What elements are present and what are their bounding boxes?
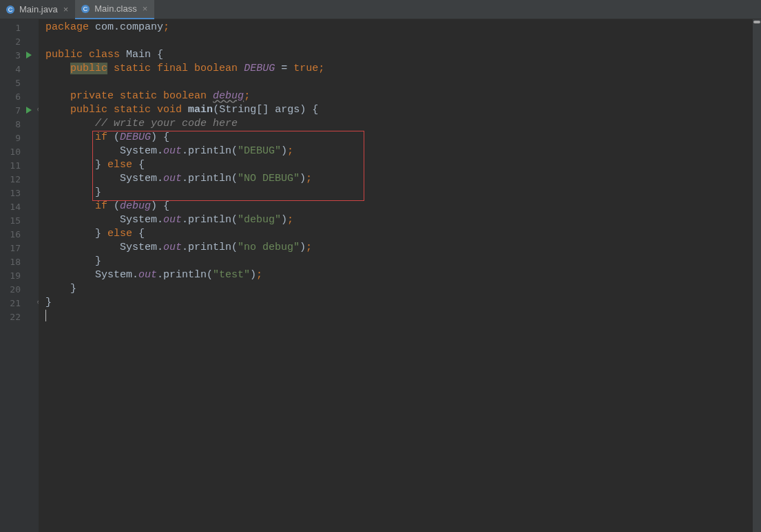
code-line	[45, 310, 761, 323]
class-file-icon: C	[81, 4, 90, 14]
line-number: 6	[15, 92, 21, 102]
editor: 1 2 3 4 5 6 7⊖ 8 9 10 11 12 13 14 15 16 …	[0, 19, 761, 532]
code-line: package com.company;	[45, 21, 761, 34]
svg-text:C: C	[83, 6, 88, 12]
code-line: System.out.println("DEBUG");	[45, 145, 761, 158]
text-cursor	[45, 310, 46, 321]
line-number: 7	[15, 105, 21, 116]
code-line: System.out.println("NO DEBUG");	[45, 172, 761, 186]
svg-text:C: C	[8, 6, 13, 13]
line-number: 20	[10, 284, 21, 295]
code-line: private static boolean debug;	[45, 89, 761, 103]
line-number: 19	[10, 270, 21, 281]
vertical-scrollbar[interactable]	[753, 19, 761, 532]
line-number: 3	[15, 50, 21, 61]
run-gutter-icon[interactable]	[26, 107, 32, 114]
line-number: 11	[10, 160, 21, 171]
close-icon[interactable]: ×	[62, 4, 70, 14]
tab-main-java[interactable]: C Main.java ×	[0, 0, 75, 19]
line-number: 13	[10, 188, 21, 198]
line-number: 15	[10, 215, 21, 226]
code-line: }	[45, 186, 761, 200]
line-number: 18	[10, 257, 21, 267]
gutter[interactable]: 1 2 3 4 5 6 7⊖ 8 9 10 11 12 13 14 15 16 …	[0, 19, 39, 532]
java-file-icon: C	[6, 5, 15, 14]
line-number: 21	[10, 298, 21, 308]
code-line	[45, 76, 761, 89]
run-gutter-icon[interactable]	[26, 52, 32, 58]
line-number: 9	[15, 133, 21, 143]
code-line: // write your code here	[45, 117, 761, 131]
code-line: System.out.println("no debug");	[45, 241, 761, 255]
tab-bar: C Main.java × C Main.class ×	[0, 0, 761, 19]
code-line: if (DEBUG) {	[45, 131, 761, 145]
code-line: }	[45, 296, 761, 310]
line-number: 10	[10, 147, 21, 157]
code-line: public static final boolean DEBUG = true…	[45, 62, 761, 76]
line-number: 8	[15, 119, 21, 129]
code-line: if (debug) {	[45, 200, 761, 213]
close-icon[interactable]: ×	[141, 3, 149, 14]
line-number: 1	[15, 23, 21, 33]
line-number: 14	[10, 202, 21, 212]
line-number: 2	[15, 36, 21, 47]
code-area[interactable]: package com.company; public class Main {…	[39, 19, 761, 532]
tab-label: Main.class	[94, 3, 136, 14]
line-number: 17	[10, 243, 21, 253]
code-line: System.out.println("test");	[45, 268, 761, 282]
line-number: 16	[10, 229, 21, 240]
tab-main-class[interactable]: C Main.class ×	[75, 0, 154, 19]
code-line: } else {	[45, 227, 761, 241]
tab-label: Main.java	[19, 4, 58, 14]
line-number: 22	[10, 312, 21, 322]
code-line: }	[45, 282, 761, 296]
code-line: System.out.println("debug");	[45, 213, 761, 227]
code-line: } else {	[45, 158, 761, 172]
code-line	[45, 34, 761, 48]
line-number: 12	[10, 174, 21, 184]
line-number: 4	[15, 64, 21, 74]
line-number: 5	[15, 78, 21, 88]
code-line: public class Main {	[45, 48, 761, 62]
code-line: public static void main(String[] args) {	[45, 103, 761, 117]
code-line: }	[45, 255, 761, 268]
